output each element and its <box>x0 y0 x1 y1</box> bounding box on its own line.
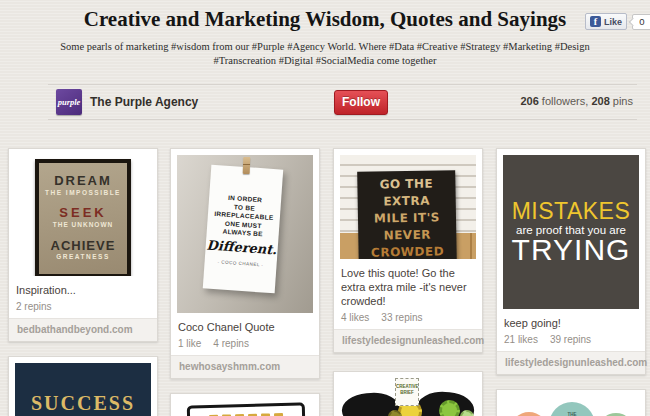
venn-circle-teal: THE <box>549 402 595 416</box>
art-text: THE <box>568 412 577 416</box>
pin-image-coco-chanel[interactable]: IN ORDER TO BE IRREPLACEABLE ONE MUST AL… <box>177 155 313 313</box>
wooden-sign-art: GO THE EXTRA MILE IT'S NEVER CROWDED <box>357 170 457 259</box>
board-owner-avatar[interactable]: purple <box>56 89 82 115</box>
pin-image-dream[interactable]: DREAM THE IMPOSSIBLE SEEK THE UNKNOWN AC… <box>15 155 151 276</box>
followers-label: followers, <box>539 95 592 107</box>
art-text: ACHIEVE <box>39 238 127 253</box>
facebook-like-label: Like <box>604 17 622 27</box>
pin-image-sketch[interactable] <box>177 400 313 416</box>
repin-count: 2 repins <box>16 301 52 312</box>
pin-card-dream[interactable]: DREAM THE IMPOSSIBLE SEEK THE UNKNOWN AC… <box>8 148 158 342</box>
art-text: EXTRA <box>358 192 456 211</box>
board-owner-name[interactable]: The Purple Agency <box>90 95 198 109</box>
pin-card-success[interactable]: SUCCESS <box>8 356 158 416</box>
hand-drawn-frame-art <box>187 402 307 416</box>
pin-column-4: MISTAKES are proof that you are TRYING k… <box>496 148 646 416</box>
pin-caption: Coco Chanel Quote <box>178 320 312 334</box>
pin-card-creative-brief[interactable]: CREATIVE BRIEF <box>333 371 483 416</box>
like-count: 4 likes <box>341 312 369 323</box>
quote-paper-art: IN ORDER TO BE IRREPLACEABLE ONE MUST AL… <box>203 165 283 294</box>
pin-source-link[interactable]: bedbathandbeyond.com <box>9 318 157 341</box>
pin-image-venn[interactable]: THE <box>503 396 639 416</box>
pin-caption: Love this quote! Go the extra extra mile… <box>341 266 475 308</box>
pin-stats: 4 likes33 repins <box>341 312 475 323</box>
pins-count: 208 <box>591 95 609 107</box>
board-stats: 206 followers, 208 pins <box>520 95 633 107</box>
pin-image-creative-brief[interactable]: CREATIVE BRIEF <box>340 378 476 416</box>
pin-card-mistakes[interactable]: MISTAKES are proof that you are TRYING k… <box>496 148 646 375</box>
pin-column-3: GO THE EXTRA MILE IT'S NEVER CROWDED Lov… <box>333 148 483 416</box>
art-text: NEVER <box>358 226 456 245</box>
art-text: SEEK <box>39 205 127 220</box>
art-text: MILE IT'S <box>358 209 456 228</box>
pin-card-extra-mile[interactable]: GO THE EXTRA MILE IT'S NEVER CROWDED Lov… <box>333 148 483 353</box>
pin-card-sketch[interactable] <box>170 393 320 416</box>
board-owner-bar: purple The Purple Agency Follow 206 foll… <box>48 84 637 120</box>
art-text: GO THE <box>357 175 455 194</box>
board-description: Some pearls of marketing #wisdom from ou… <box>0 40 650 68</box>
pin-source-link[interactable]: hewhosayshmm.com <box>171 355 319 378</box>
followers-count: 206 <box>520 95 538 107</box>
pin-card-venn[interactable]: THE <box>496 389 646 416</box>
repin-count: 4 repins <box>213 338 249 349</box>
venn-circle-orange <box>510 412 548 416</box>
art-text: THE IMPOSSIBLE <box>39 189 127 196</box>
gear-icon <box>439 400 460 416</box>
facebook-like-count: 0 <box>632 14 650 30</box>
creative-brief-label: CREATIVE BRIEF <box>395 378 419 406</box>
pin-source-link[interactable]: lifestyledesignunleashed.com <box>497 351 645 374</box>
pin-caption: Inspiration... <box>16 283 150 297</box>
art-text: THE UNKNOWN <box>39 221 127 228</box>
like-count: 1 like <box>178 338 201 349</box>
art-text: SUCCESS <box>15 392 151 415</box>
facebook-like-button[interactable]: f Like <box>585 13 627 30</box>
board-description-line1: Some pearls of marketing #wisdom from ou… <box>0 40 650 54</box>
art-text: - COCO CHANEL - <box>205 258 277 268</box>
art-text: Different. <box>205 237 278 257</box>
art-text: MISTAKES <box>512 198 631 225</box>
pin-image-extra-mile[interactable]: GO THE EXTRA MILE IT'S NEVER CROWDED <box>340 155 476 259</box>
art-text: DREAM <box>39 173 127 188</box>
pin-caption: keep going! <box>504 316 638 330</box>
facebook-like-widget[interactable]: f Like 0 <box>585 13 650 30</box>
art-text: CROWDED <box>358 243 456 259</box>
page-title: Creative and Marketing Wisdom, Quotes an… <box>0 7 650 32</box>
art-gold-letters <box>190 413 302 416</box>
art-text: GREATNESS <box>39 253 127 260</box>
pin-stats: 1 like4 repins <box>178 338 312 349</box>
repin-count: 39 repins <box>550 334 591 345</box>
pin-stats: 21 likes39 repins <box>504 334 638 345</box>
pin-card-coco-chanel[interactable]: IN ORDER TO BE IRREPLACEABLE ONE MUST AL… <box>170 148 320 379</box>
repin-count: 33 repins <box>381 312 422 323</box>
facebook-icon: f <box>590 16 601 27</box>
pin-image-mistakes[interactable]: MISTAKES are proof that you are TRYING <box>503 155 639 309</box>
pin-stats: 2 repins <box>16 301 150 312</box>
art-text: TRYING <box>512 233 631 267</box>
like-count: 21 likes <box>504 334 538 345</box>
follow-button[interactable]: Follow <box>334 90 388 115</box>
pin-source-link[interactable]: lifestyledesignunleashed.com <box>334 329 482 352</box>
framed-quote-art: DREAM THE IMPOSSIBLE SEEK THE UNKNOWN AC… <box>35 159 131 276</box>
board-description-line2: #Transcreation #Digital #SocialMedia com… <box>0 54 650 68</box>
pin-image-success[interactable]: SUCCESS <box>15 363 151 416</box>
clothespin-icon <box>243 157 251 174</box>
pin-column-1: DREAM THE IMPOSSIBLE SEEK THE UNKNOWN AC… <box>8 148 158 416</box>
art-text: IN ORDER TO BE IRREPLACEABLE ONE MUST AL… <box>206 193 281 240</box>
pin-column-2: IN ORDER TO BE IRREPLACEABLE ONE MUST AL… <box>170 148 320 416</box>
pins-label: pins <box>610 95 633 107</box>
